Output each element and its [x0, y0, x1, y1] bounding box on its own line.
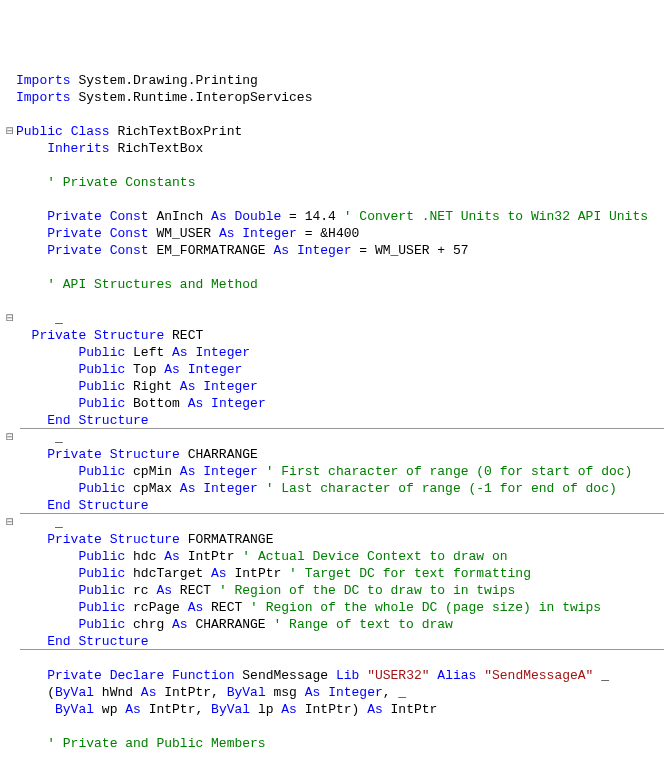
fold-gutter	[4, 378, 16, 395]
fold-gutter	[4, 225, 16, 242]
code-line: ⊟Public Class RichTextBoxPrint	[4, 123, 664, 140]
fold-gutter	[4, 548, 16, 565]
fold-gutter	[4, 616, 16, 633]
code-line: ⊟ _	[4, 429, 664, 446]
fold-gutter	[4, 361, 16, 378]
fold-gutter: ⊟	[4, 310, 16, 327]
fold-gutter	[4, 599, 16, 616]
fold-gutter: ⊟	[4, 429, 16, 446]
fold-gutter	[4, 752, 16, 764]
code-line: Inherits RichTextBox	[4, 140, 664, 157]
code-line: Public Bottom As Integer	[4, 395, 664, 412]
fold-gutter	[4, 446, 16, 463]
code-line: Public cpMin As Integer ' First characte…	[4, 463, 664, 480]
fold-gutter	[4, 157, 16, 174]
code-line: Public hdc As IntPtr ' Actual Device Con…	[4, 548, 664, 565]
fold-gutter	[4, 480, 16, 497]
code-line: Public Top As Integer	[4, 361, 664, 378]
code-editor[interactable]: Imports System.Drawing.Printing Imports …	[4, 72, 664, 764]
code-line: Public rcPage As RECT ' Region of the wh…	[4, 599, 664, 616]
code-line: Private Const WM_USER As Integer = &H400	[4, 225, 664, 242]
fold-gutter	[4, 718, 16, 735]
fold-gutter: ⊟	[4, 123, 16, 140]
fold-gutter	[4, 667, 16, 684]
fold-gutter	[4, 395, 16, 412]
code-line	[4, 259, 664, 276]
fold-gutter	[4, 208, 16, 225]
code-line: Public cpMax As Integer ' Last character…	[4, 480, 664, 497]
fold-gutter	[4, 174, 16, 191]
fold-gutter	[4, 242, 16, 259]
code-line	[4, 718, 664, 735]
code-line: Private Structure RECT	[4, 327, 664, 344]
fold-gutter	[4, 735, 16, 752]
code-line: End Structure	[4, 497, 664, 514]
code-line	[4, 650, 664, 667]
code-line	[4, 752, 664, 764]
fold-gutter	[4, 106, 16, 123]
fold-gutter	[4, 412, 16, 429]
code-line: Public Left As Integer	[4, 344, 664, 361]
fold-gutter	[4, 276, 16, 293]
fold-gutter	[4, 72, 16, 89]
code-line: Private Declare Function SendMessage Lib…	[4, 667, 664, 684]
code-line: End Structure	[4, 633, 664, 650]
code-line	[4, 106, 664, 123]
code-line: Public Right As Integer	[4, 378, 664, 395]
code-line: Public hdcTarget As IntPtr ' Target DC f…	[4, 565, 664, 582]
code-line: Private Structure CHARRANGE	[4, 446, 664, 463]
fold-gutter	[4, 463, 16, 480]
code-line: ' Private and Public Members	[4, 735, 664, 752]
fold-gutter: ⊟	[4, 514, 16, 531]
code-line: Imports System.Drawing.Printing	[4, 72, 664, 89]
code-line: ⊟ _	[4, 514, 664, 531]
code-line: Public chrg As CHARRANGE ' Range of text…	[4, 616, 664, 633]
fold-gutter	[4, 140, 16, 157]
code-line	[4, 191, 664, 208]
fold-gutter	[4, 650, 16, 667]
code-line: (ByVal hWnd As IntPtr, ByVal msg As Inte…	[4, 684, 664, 701]
code-line	[4, 157, 664, 174]
code-line: Private Structure FORMATRANGE	[4, 531, 664, 548]
fold-gutter	[4, 497, 16, 514]
fold-gutter	[4, 565, 16, 582]
code-line: Public rc As RECT ' Region of the DC to …	[4, 582, 664, 599]
code-line: Private Const AnInch As Double = 14.4 ' …	[4, 208, 664, 225]
code-line: Private Const EM_FORMATRANGE As Integer …	[4, 242, 664, 259]
code-line: ByVal wp As IntPtr, ByVal lp As IntPtr) …	[4, 701, 664, 718]
code-line: ⊟ _	[4, 310, 664, 327]
fold-gutter	[4, 701, 16, 718]
code-line: ' Private Constants	[4, 174, 664, 191]
code-line: ' API Structures and Method	[4, 276, 664, 293]
fold-gutter	[4, 582, 16, 599]
fold-gutter	[4, 293, 16, 310]
fold-gutter	[4, 633, 16, 650]
fold-gutter	[4, 684, 16, 701]
code-line: Imports System.Runtime.InteropServices	[4, 89, 664, 106]
fold-gutter	[4, 344, 16, 361]
fold-gutter	[4, 89, 16, 106]
fold-gutter	[4, 531, 16, 548]
fold-gutter	[4, 191, 16, 208]
fold-gutter	[4, 259, 16, 276]
code-line: End Structure	[4, 412, 664, 429]
code-line	[4, 293, 664, 310]
fold-gutter	[4, 327, 16, 344]
